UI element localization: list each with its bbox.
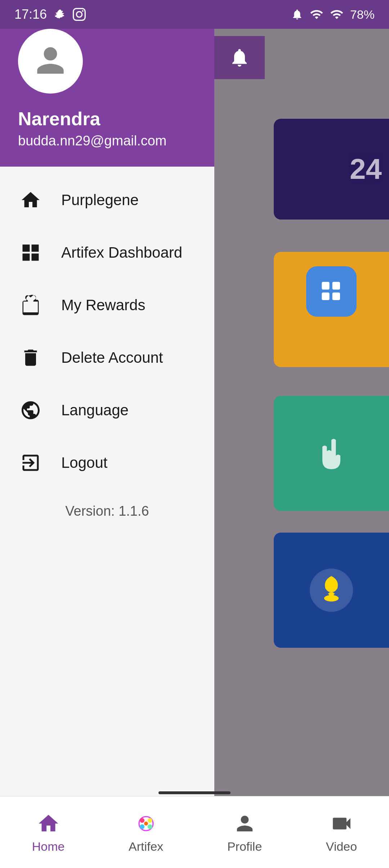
peek-card-yellow (274, 252, 389, 367)
dashboard-icon (18, 240, 43, 265)
peek-card-purple: 24 (274, 119, 389, 220)
home-icon (18, 187, 43, 213)
snapchat-icon (53, 8, 66, 21)
drawer: Narendra budda.nn29@gmail.com Purplegene… (0, 0, 214, 868)
menu-item-artifex-dashboard[interactable]: Artifex Dashboard (0, 226, 214, 279)
nav-label-artifex: Artifex (129, 840, 163, 854)
svg-point-8 (148, 818, 152, 823)
peek-card-bottom (274, 533, 389, 648)
bell-icon (229, 47, 250, 68)
menu-item-my-rewards[interactable]: My Rewards (0, 279, 214, 331)
svg-point-11 (144, 822, 148, 826)
menu-label-delete-account: Delete Account (61, 349, 163, 366)
user-email: budda.nn29@gmail.com (18, 133, 196, 149)
svg-rect-3 (332, 293, 340, 300)
nav-profile-icon (232, 811, 257, 836)
version-text: Version: 1.1.6 (0, 489, 214, 541)
peek-card-green (274, 396, 389, 511)
time-display: 17:16 (14, 7, 47, 22)
status-left: 17:16 (14, 7, 86, 22)
signal-icon (330, 8, 344, 21)
menu-label-logout: Logout (61, 454, 107, 471)
svg-point-7 (140, 818, 144, 823)
alarm-icon (291, 8, 303, 21)
svg-rect-1 (332, 282, 340, 289)
menu-label-artifex-dashboard: Artifex Dashboard (61, 244, 182, 261)
nav-label-video: Video (326, 840, 357, 854)
instagram-icon (73, 8, 86, 21)
nav-item-artifex[interactable]: Artifex (118, 807, 174, 857)
avatar-icon (31, 41, 70, 82)
menu-label-purplegene: Purplegene (61, 191, 139, 209)
status-right: 78% (291, 8, 375, 22)
menu-item-delete-account[interactable]: Delete Account (0, 331, 214, 384)
status-bar: 17:16 78% (0, 0, 389, 29)
menu-label-my-rewards: My Rewards (61, 297, 145, 314)
avatar (18, 29, 83, 94)
menu-label-language: Language (61, 402, 129, 419)
svg-rect-5 (329, 592, 334, 600)
menu-item-logout[interactable]: Logout (0, 437, 214, 489)
rewards-icon (18, 293, 43, 318)
battery-display: 78% (350, 8, 375, 22)
trash-icon (18, 345, 43, 370)
menu-item-purplegene[interactable]: Purplegene (0, 174, 214, 226)
nav-item-profile[interactable]: Profile (216, 807, 273, 857)
drawer-menu: Purplegene Artifex Dashboard My Rewards (0, 167, 214, 868)
nav-home-icon (36, 811, 61, 836)
svg-point-10 (148, 824, 152, 829)
logout-icon (18, 450, 43, 475)
nav-video-icon (329, 811, 354, 836)
nav-item-home[interactable]: Home (21, 807, 76, 857)
menu-item-language[interactable]: Language (0, 384, 214, 437)
svg-rect-0 (322, 282, 329, 289)
globe-icon (18, 398, 43, 423)
nav-label-home: Home (32, 840, 65, 854)
nav-label-profile: Profile (227, 840, 262, 854)
svg-rect-2 (322, 293, 329, 300)
scroll-indicator (158, 791, 231, 794)
nav-item-video[interactable]: Video (315, 807, 368, 857)
user-name: Narendra (18, 108, 196, 130)
svg-point-9 (140, 824, 144, 829)
bottom-nav: Home Artifex Profile (0, 796, 389, 868)
nav-artifex-icon (133, 811, 158, 836)
bell-area[interactable] (214, 36, 265, 79)
wifi-icon (310, 8, 323, 21)
